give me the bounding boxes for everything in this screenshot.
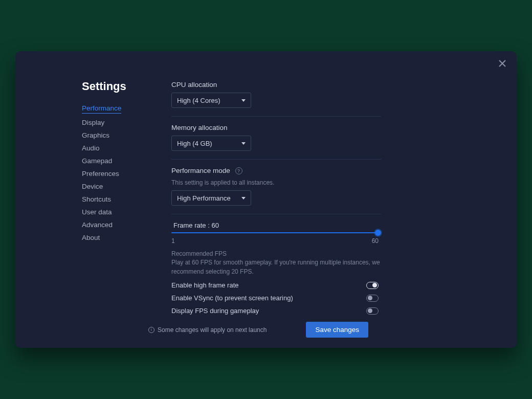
nav-item-audio[interactable]: Audio [82, 144, 148, 152]
frame-rate-thumb[interactable] [375, 230, 381, 236]
cpu-allocation-select[interactable]: High (4 Cores) [171, 93, 251, 108]
enable-high-frame-rate-toggle[interactable] [366, 282, 379, 289]
memory-allocation-label: Memory allocation [171, 124, 481, 131]
performance-mode-value: High Performance [177, 194, 231, 202]
frame-rate-max: 60 [372, 237, 379, 245]
nav-item-user-data[interactable]: User data [82, 208, 148, 216]
settings-panel: CPU allocation High (4 Cores) Memory all… [148, 80, 501, 348]
recommended-fps-body: Play at 60 FPS for smooth gameplay. If y… [171, 258, 381, 276]
settings-window: Settings Performance Display Graphics Au… [15, 51, 517, 348]
cpu-allocation-value: High (4 Cores) [177, 97, 220, 104]
nav: Performance Display Graphics Audio Gamep… [82, 104, 148, 241]
performance-mode-hint: This setting is applied to all instances… [171, 179, 481, 186]
nav-item-display[interactable]: Display [82, 119, 148, 126]
nav-item-graphics[interactable]: Graphics [82, 131, 148, 139]
nav-item-performance[interactable]: Performance [82, 104, 121, 114]
save-changes-button[interactable]: Save changes [306, 322, 368, 338]
enable-vsync-label: Enable VSync (to prevent screen tearing) [171, 294, 293, 302]
nav-item-advanced[interactable]: Advanced [82, 221, 148, 229]
nav-item-about[interactable]: About [82, 234, 148, 241]
enable-high-frame-rate-label: Enable high frame rate [171, 281, 239, 289]
chevron-down-icon [241, 197, 246, 199]
performance-mode-select[interactable]: High Performance [171, 190, 251, 206]
recommended-fps-title: Recommended FPS [171, 250, 381, 258]
page-title: Settings [82, 80, 148, 93]
frame-rate-label: Frame rate : 60 [173, 221, 481, 229]
enable-vsync-toggle[interactable] [366, 295, 379, 302]
footer-note: i Some changes will apply on next launch [148, 326, 267, 334]
performance-mode-label: Performance mode ? [171, 167, 481, 175]
nav-item-device[interactable]: Device [82, 183, 148, 190]
nav-item-shortcuts[interactable]: Shortcuts [82, 195, 148, 203]
close-button[interactable] [497, 58, 507, 69]
divider [171, 116, 381, 117]
display-fps-toggle[interactable] [366, 307, 379, 315]
nav-item-preferences[interactable]: Preferences [82, 170, 148, 178]
divider [171, 159, 381, 160]
frame-rate-min: 1 [171, 237, 175, 245]
info-icon: i [148, 327, 154, 333]
chevron-down-icon [241, 142, 246, 145]
help-icon[interactable]: ? [235, 167, 242, 174]
divider [171, 214, 381, 214]
memory-allocation-select[interactable]: High (4 GB) [171, 136, 251, 151]
sidebar: Settings Performance Display Graphics Au… [15, 80, 148, 348]
frame-rate-slider[interactable] [171, 232, 379, 233]
nav-item-gamepad[interactable]: Gamepad [82, 157, 148, 165]
memory-allocation-value: High (4 GB) [177, 140, 212, 147]
cpu-allocation-label: CPU allocation [171, 81, 481, 88]
chevron-down-icon [241, 99, 246, 102]
display-fps-label: Display FPS during gameplay [171, 307, 259, 315]
close-icon [499, 60, 506, 67]
